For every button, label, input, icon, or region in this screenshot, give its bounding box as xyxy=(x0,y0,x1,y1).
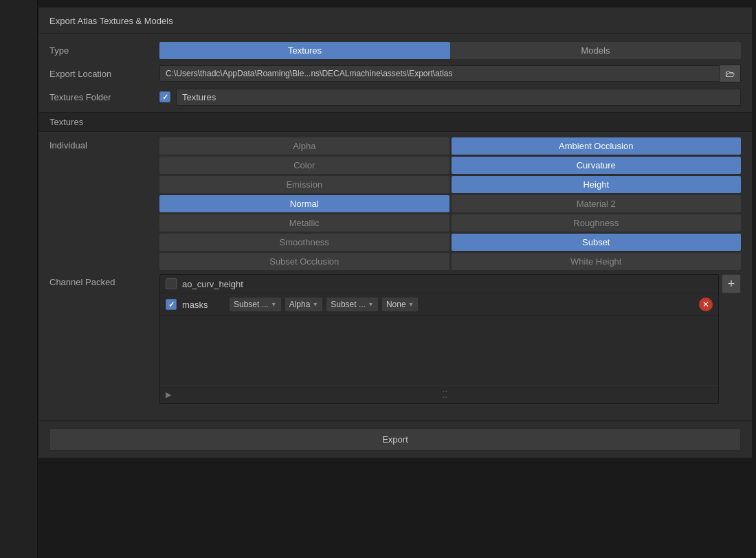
texture-btn-color[interactable]: Color xyxy=(159,157,449,174)
type-label: Type xyxy=(49,45,159,56)
export-location-input-row: C:\Users\thadc\AppData\Roaming\Ble...ns\… xyxy=(159,65,741,82)
channel-list: ao_curv_height masks Subset ... ▼ Al xyxy=(159,274,719,404)
textures-folder-row: Textures Folder xyxy=(49,87,741,107)
drag-handle-icon: ⁚⁚ xyxy=(177,389,713,400)
textures-button[interactable]: Textures xyxy=(159,42,450,59)
export-location-control: C:\Users\thadc\AppData\Roaming\Ble...ns\… xyxy=(159,65,741,82)
texture-btn-smoothness[interactable]: Smoothness xyxy=(159,234,449,251)
masks-dd4-arrow: ▼ xyxy=(408,301,414,308)
textures-section-text: Textures xyxy=(49,117,83,127)
masks-name: masks xyxy=(182,300,223,310)
channel-footer: ▶ ⁚⁚ xyxy=(160,385,718,403)
texture-btn-roughness[interactable]: Roughness xyxy=(452,214,742,232)
type-control: Textures Models xyxy=(159,42,741,59)
masks-dd1-arrow: ▼ xyxy=(271,301,277,308)
ao-curv-height-checkbox[interactable] xyxy=(166,278,177,289)
channel-empty-area xyxy=(160,316,718,385)
texture-btn-normal[interactable]: Normal xyxy=(159,195,449,212)
play-icon: ▶ xyxy=(166,390,171,399)
textures-folder-label: Textures Folder xyxy=(49,92,159,102)
masks-dropdowns: Subset ... ▼ Alpha ▼ Subset ... ▼ xyxy=(229,297,693,312)
texture-btn-metallic[interactable]: Metallic xyxy=(159,214,449,232)
masks-remove-button[interactable]: ✕ xyxy=(699,298,713,311)
masks-dropdown-alpha[interactable]: Alpha ▼ xyxy=(285,297,324,312)
folder-browse-button[interactable]: 🗁 xyxy=(720,65,741,82)
export-button[interactable]: Export xyxy=(49,428,741,451)
ao-curv-height-name: ao_curv_height xyxy=(182,279,251,289)
masks-dropdown-none[interactable]: None ▼ xyxy=(381,297,419,312)
texture-btn-height[interactable]: Height xyxy=(452,176,742,193)
type-buttons: Textures Models xyxy=(159,42,741,59)
texture-btn-alpha[interactable]: Alpha xyxy=(159,137,449,155)
masks-checkbox[interactable] xyxy=(166,299,177,310)
texture-btn-ambient-occlusion[interactable]: Ambient Occlusion xyxy=(452,137,742,155)
masks-dropdown-subset2[interactable]: Subset ... ▼ xyxy=(326,297,379,312)
masks-dd4-label: None xyxy=(386,300,406,309)
export-location-row: Export Location C:\Users\thadc\AppData\R… xyxy=(49,64,741,83)
masks-dd3-label: Subset ... xyxy=(331,300,366,309)
type-row: Type Textures Models xyxy=(49,41,741,60)
export-path-text: C:\Users\thadc\AppData\Roaming\Ble...ns\… xyxy=(159,65,720,82)
masks-dd3-arrow: ▼ xyxy=(368,301,374,308)
individual-label: Individual xyxy=(49,137,159,150)
texture-btn-subset-occlusion[interactable]: Subset Occlusion xyxy=(159,253,449,270)
textures-folder-checkbox[interactable] xyxy=(159,91,170,102)
main-dialog: Export Atlas Textures & Models Type Text… xyxy=(38,7,753,458)
models-button[interactable]: Models xyxy=(450,42,741,59)
channel-packed-label: Channel Packed xyxy=(49,274,159,287)
dialog-title-text: Export Atlas Textures & Models xyxy=(49,16,173,26)
channel-item-masks: masks Subset ... ▼ Alpha ▼ Subse xyxy=(160,293,718,316)
texture-btn-white-height[interactable]: White Height xyxy=(452,253,742,270)
channel-packed-row: Channel Packed ao_curv_height masks xyxy=(49,274,741,404)
texture-btn-subset[interactable]: Subset xyxy=(452,234,742,251)
individual-row: Individual Alpha Ambient Occlusion Color… xyxy=(49,137,741,270)
sidebar-panel xyxy=(0,0,38,558)
textures-folder-input[interactable] xyxy=(176,89,741,106)
textures-folder-control xyxy=(159,89,741,106)
add-channel-button[interactable]: + xyxy=(722,274,741,293)
texture-btn-curvature[interactable]: Curvature xyxy=(452,157,742,174)
texture-btn-emission[interactable]: Emission xyxy=(159,176,449,193)
masks-dropdown-subset1[interactable]: Subset ... ▼ xyxy=(229,297,282,312)
export-bar: Export xyxy=(38,421,752,458)
masks-dd2-arrow: ▼ xyxy=(312,301,318,308)
textures-section-label: Textures xyxy=(38,112,752,132)
channel-actions: + xyxy=(722,274,741,293)
masks-dd1-label: Subset ... xyxy=(234,300,269,309)
content-area: Type Textures Models Export Location C:\… xyxy=(38,34,752,415)
channel-item-ao-curv-height: ao_curv_height xyxy=(160,275,718,293)
channel-packed-content: ao_curv_height masks Subset ... ▼ Al xyxy=(159,274,741,404)
textures-folder-input-row xyxy=(159,89,741,106)
masks-dd2-label: Alpha xyxy=(289,300,311,309)
export-location-label: Export Location xyxy=(49,69,159,79)
texture-btn-material2[interactable]: Material 2 xyxy=(452,195,742,212)
texture-grid: Alpha Ambient Occlusion Color Curvature … xyxy=(159,137,741,270)
dialog-title: Export Atlas Textures & Models xyxy=(38,8,752,34)
